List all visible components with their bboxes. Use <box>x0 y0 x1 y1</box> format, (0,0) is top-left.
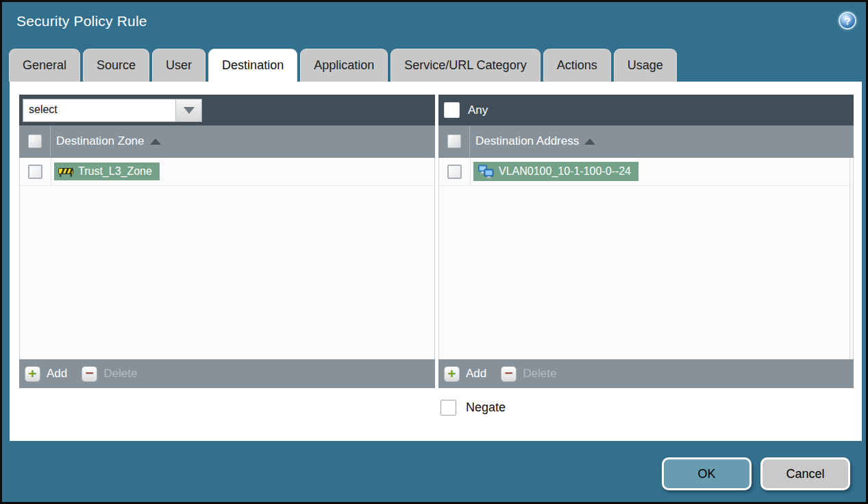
dialog-title: Security Policy Rule <box>16 13 147 29</box>
tab-actions[interactable]: Actions <box>543 49 611 82</box>
address-row[interactable]: VLAN0100_10-1-100-0--24 <box>439 158 853 186</box>
zone-tag-label: Trust_L3_Zone <box>78 165 152 178</box>
zone-tag[interactable]: Trust_L3_Zone <box>54 163 160 180</box>
minus-icon: − <box>505 365 513 380</box>
address-tag-label: VLAN0100_10-1-100-0--24 <box>499 165 631 178</box>
tab-usage[interactable]: Usage <box>614 49 677 82</box>
ok-button[interactable]: OK <box>662 457 752 490</box>
minus-icon: − <box>86 365 94 380</box>
address-any-row: Any <box>438 95 854 125</box>
tab-application[interactable]: Application <box>300 49 388 82</box>
address-column-text: Destination Address <box>475 134 579 148</box>
plus-icon: + <box>447 366 456 381</box>
tab-content-destination: select Destination Zone <box>10 82 862 441</box>
address-row-checkbox[interactable] <box>447 165 462 179</box>
zone-list: Trust_L3_Zone <box>19 158 435 359</box>
zone-type-dropdown[interactable]: select <box>23 99 202 122</box>
zone-row[interactable]: Trust_L3_Zone <box>20 158 434 186</box>
any-checkbox[interactable] <box>444 102 460 118</box>
address-tag[interactable]: VLAN0100_10-1-100-0--24 <box>473 162 638 181</box>
address-delete-label[interactable]: Delete <box>523 367 556 381</box>
address-column-header: Destination Address <box>438 125 854 158</box>
any-label[interactable]: Any <box>468 104 488 117</box>
zone-panel-footer: + Add − Delete <box>19 359 435 388</box>
address-select-all-checkbox[interactable] <box>447 134 461 148</box>
zone-icon <box>58 166 73 178</box>
help-glyph: ? <box>844 15 850 27</box>
negate-row: Negate <box>441 400 506 416</box>
zone-type-dropdown-button[interactable] <box>175 99 201 121</box>
zone-column-text: Destination Zone <box>56 134 145 148</box>
tab-destination[interactable]: Destination <box>208 49 297 82</box>
plus-icon: + <box>28 366 36 381</box>
scrollbar[interactable] <box>850 158 850 359</box>
zone-row-checkbox[interactable] <box>28 165 42 179</box>
chevron-down-icon <box>184 107 195 114</box>
zone-column-header: Destination Zone <box>19 125 435 158</box>
address-select-all-cell <box>438 125 470 157</box>
destination-zone-panel: select Destination Zone <box>19 95 435 388</box>
negate-checkbox[interactable] <box>441 400 456 416</box>
tab-user[interactable]: User <box>152 49 206 82</box>
zone-select-all-checkbox[interactable] <box>28 134 42 148</box>
zone-row-checkbox-cell <box>20 158 51 185</box>
sort-ascending-icon <box>150 139 161 145</box>
cancel-button[interactable]: Cancel <box>760 457 850 490</box>
address-panel-footer: + Add − Delete <box>438 359 854 388</box>
address-delete-button[interactable]: − <box>501 366 517 382</box>
tab-general[interactable]: General <box>9 49 80 82</box>
address-delete-group: − Delete <box>501 366 556 382</box>
zone-add-label[interactable]: Add <box>47 367 67 381</box>
zone-add-button[interactable]: + <box>25 366 40 382</box>
security-policy-rule-dialog: Security Policy Rule ? General Source Us… <box>0 0 868 504</box>
negate-label[interactable]: Negate <box>466 400 506 415</box>
zone-delete-group: − Delete <box>82 366 137 382</box>
address-add-button[interactable]: + <box>444 366 460 382</box>
tab-source[interactable]: Source <box>83 49 149 82</box>
tab-service-url-category[interactable]: Service/URL Category <box>390 49 540 82</box>
address-add-label[interactable]: Add <box>466 367 486 381</box>
zone-panel-toolbar: select <box>19 95 435 125</box>
tab-bar: General Source User Destination Applicat… <box>9 49 677 82</box>
zone-delete-button[interactable]: − <box>82 366 97 382</box>
zone-type-dropdown-value[interactable]: select <box>23 99 175 121</box>
address-column-label[interactable]: Destination Address <box>475 134 595 148</box>
network-icon <box>478 165 494 178</box>
sort-ascending-icon <box>584 139 595 145</box>
help-icon[interactable]: ? <box>839 12 856 29</box>
zone-delete-label[interactable]: Delete <box>103 367 137 381</box>
zone-select-all-cell <box>19 125 51 157</box>
destination-address-panel: Any Destination Address <box>438 95 854 388</box>
address-row-checkbox-cell <box>439 158 471 185</box>
zone-column-label[interactable]: Destination Zone <box>56 134 161 148</box>
address-list: VLAN0100_10-1-100-0--24 <box>438 158 854 359</box>
